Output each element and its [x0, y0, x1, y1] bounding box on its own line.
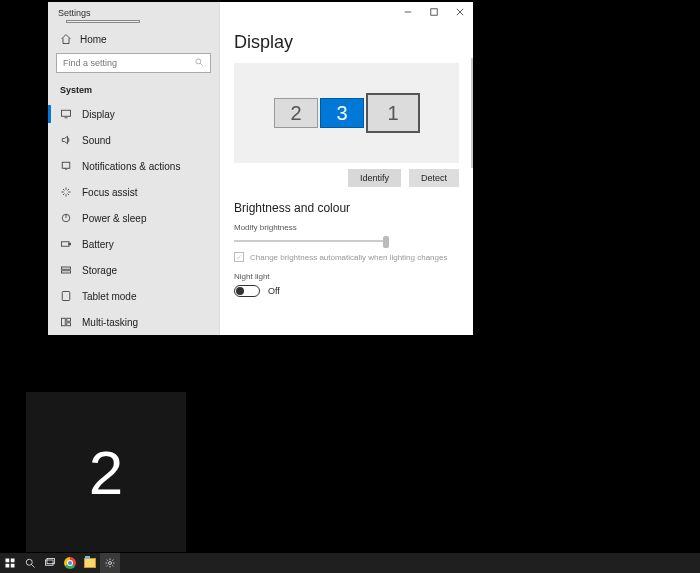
brightness-label: Modify brightness — [234, 223, 459, 232]
minimize-button[interactable] — [395, 2, 421, 22]
display-action-buttons: Identify Detect — [234, 169, 459, 187]
identify-button[interactable]: Identify — [348, 169, 401, 187]
nav-home[interactable]: Home — [48, 29, 219, 49]
nav-list: Display Sound Notifications & actions Fo… — [48, 101, 219, 335]
search-input[interactable]: Find a setting — [56, 53, 211, 73]
task-view-button[interactable] — [40, 553, 60, 573]
night-light-toggle[interactable] — [234, 285, 260, 297]
nav-label: Storage — [82, 265, 117, 276]
svg-rect-16 — [431, 9, 437, 15]
nav-item-sound[interactable]: Sound — [48, 127, 219, 153]
nav-item-storage[interactable]: Storage — [48, 257, 219, 283]
svg-line-24 — [32, 565, 35, 568]
auto-brightness-label: Change brightness automatically when lig… — [250, 253, 447, 262]
svg-line-1 — [200, 63, 203, 66]
nav-label: Sound — [82, 135, 111, 146]
monitor-1[interactable]: 1 — [366, 93, 420, 133]
svg-rect-4 — [62, 162, 70, 168]
settings-sidebar: Settings Home Find a setting System Disp… — [48, 2, 220, 335]
svg-rect-11 — [62, 292, 70, 301]
nav-item-power[interactable]: Power & sleep — [48, 205, 219, 231]
storage-icon — [60, 264, 72, 276]
start-button[interactable] — [0, 553, 20, 573]
nav-label: Notifications & actions — [82, 161, 180, 172]
svg-rect-20 — [11, 559, 15, 563]
maximize-button[interactable] — [421, 2, 447, 22]
svg-rect-14 — [67, 323, 71, 326]
display-settings-content: Display 2 3 1 Identify Detect Brightness… — [220, 2, 473, 297]
brightness-slider[interactable] — [234, 240, 389, 242]
search-icon — [194, 57, 204, 69]
power-icon — [60, 212, 72, 224]
taskbar-chrome[interactable] — [60, 553, 80, 573]
multitasking-icon — [60, 316, 72, 328]
chrome-icon — [64, 557, 76, 569]
svg-rect-2 — [62, 110, 71, 116]
settings-window: Settings Home Find a setting System Disp… — [48, 2, 473, 335]
nav-group-system: System — [48, 77, 219, 101]
svg-point-0 — [196, 59, 201, 64]
nav-label: Tablet mode — [82, 291, 136, 302]
checkbox-icon — [234, 252, 244, 262]
notifications-icon — [60, 160, 72, 172]
display-identify-overlay: 2 — [26, 392, 186, 552]
night-light-state: Off — [268, 286, 280, 296]
focus-assist-icon — [60, 186, 72, 198]
svg-point-27 — [109, 562, 112, 565]
section-brightness-colour: Brightness and colour — [234, 201, 459, 215]
search-placeholder: Find a setting — [63, 58, 117, 68]
auto-brightness-checkbox[interactable]: Change brightness automatically when lig… — [234, 252, 459, 262]
nav-item-multitasking[interactable]: Multi-tasking — [48, 309, 219, 335]
nav-item-battery[interactable]: Battery — [48, 231, 219, 257]
taskbar-file-explorer[interactable] — [80, 553, 100, 573]
nav-label: Display — [82, 109, 115, 120]
detect-button[interactable]: Detect — [409, 169, 459, 187]
taskbar-settings[interactable] — [100, 553, 120, 573]
close-button[interactable] — [447, 2, 473, 22]
night-light-label: Night light — [234, 272, 459, 281]
svg-rect-7 — [62, 242, 70, 247]
page-title: Display — [234, 32, 459, 53]
home-icon — [60, 33, 72, 45]
svg-rect-9 — [62, 267, 71, 269]
app-title: Settings — [58, 8, 91, 18]
svg-rect-19 — [6, 559, 10, 563]
svg-rect-12 — [62, 318, 66, 326]
monitor-2[interactable]: 2 — [274, 98, 318, 128]
night-light-row: Off — [234, 285, 459, 297]
nav-item-display[interactable]: Display — [48, 101, 219, 127]
nav-item-focus-assist[interactable]: Focus assist — [48, 179, 219, 205]
display-arrangement-area[interactable]: 2 3 1 — [234, 63, 459, 163]
svg-rect-13 — [67, 318, 71, 321]
taskbar — [0, 553, 700, 573]
display-icon — [60, 108, 72, 120]
svg-rect-22 — [11, 564, 15, 568]
svg-rect-10 — [62, 271, 71, 273]
svg-point-23 — [26, 559, 32, 565]
search-row: Find a setting — [48, 49, 219, 77]
nav-label: Power & sleep — [82, 213, 146, 224]
window-drag-region[interactable] — [66, 20, 140, 23]
tablet-icon — [60, 290, 72, 302]
brightness-slider-thumb[interactable] — [383, 236, 389, 248]
nav-item-notifications[interactable]: Notifications & actions — [48, 153, 219, 179]
svg-rect-21 — [6, 564, 10, 568]
nav-label: Focus assist — [82, 187, 138, 198]
battery-icon — [60, 238, 72, 250]
monitor-3[interactable]: 3 — [320, 98, 364, 128]
nav-item-tablet[interactable]: Tablet mode — [48, 283, 219, 309]
file-explorer-icon — [84, 558, 96, 568]
scrollbar[interactable] — [471, 58, 473, 168]
window-controls — [395, 2, 473, 22]
taskbar-search-button[interactable] — [20, 553, 40, 573]
nav-label: Multi-tasking — [82, 317, 138, 328]
nav-home-label: Home — [80, 34, 107, 45]
nav-label: Battery — [82, 239, 114, 250]
content-pane: Display 2 3 1 Identify Detect Brightness… — [220, 2, 473, 335]
sound-icon — [60, 134, 72, 146]
svg-rect-8 — [69, 243, 71, 245]
